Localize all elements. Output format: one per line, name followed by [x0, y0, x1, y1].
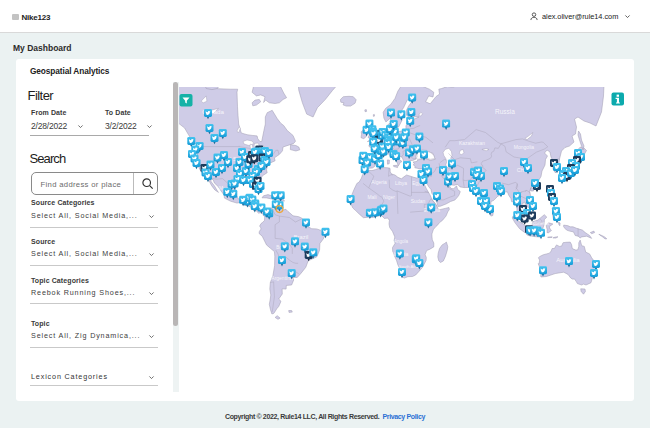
svg-text:Mongolia: Mongolia — [514, 144, 535, 150]
svg-text:Algeria: Algeria — [371, 179, 387, 185]
svg-text:Sudan: Sudan — [411, 198, 426, 204]
svg-text:Russia: Russia — [495, 108, 515, 115]
svg-text:Kazakhstan: Kazakhstan — [459, 140, 485, 146]
svg-text:Mali: Mali — [367, 194, 376, 200]
svg-text:Indonesia: Indonesia — [529, 221, 549, 226]
svg-text:Libya: Libya — [395, 180, 407, 186]
svg-text:Angola: Angola — [394, 239, 409, 244]
svg-text:Niger: Niger — [383, 194, 395, 200]
